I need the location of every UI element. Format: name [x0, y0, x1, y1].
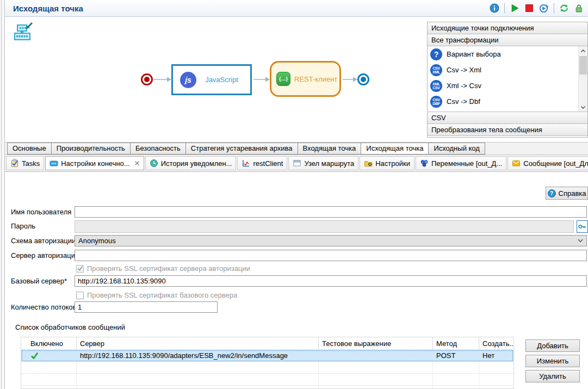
rest-client-node[interactable]: {…} REST-клиент	[270, 61, 341, 97]
view-tab-settings[interactable]: Настройки	[360, 156, 414, 170]
message-icon	[512, 159, 521, 168]
palette-item-variant[interactable]: ? Вариант выбора	[428, 46, 580, 62]
refresh-icon[interactable]	[559, 3, 569, 13]
palette-list: ? Вариант выбора CSVXML Csv -> Xml XMLCS…	[428, 46, 587, 112]
resume-icon[interactable]	[539, 3, 549, 13]
view-tab-notification-history[interactable]: История уведомлен...	[145, 156, 237, 170]
tab-archive-strategy[interactable]: Стратегия устаревания архива	[185, 143, 298, 155]
ssl-auth-checkbox	[76, 265, 84, 273]
palette-item-csv-xml[interactable]: CSVXML Csv -> Xml	[428, 62, 580, 78]
delete-button[interactable]: Удалить	[525, 370, 580, 382]
column-header-test-expression[interactable]: Тестовое выражение	[319, 337, 433, 350]
view-tab-restclient[interactable]: restClient	[237, 156, 287, 170]
close-icon[interactable]	[134, 160, 140, 166]
palette-group-all-transforms[interactable]: Все трансформации	[428, 34, 587, 46]
tab-source-code[interactable]: Исходный код	[428, 143, 485, 155]
palette-scrollbar[interactable]	[578, 46, 587, 112]
app-window: Исходящая точка	[0, 0, 588, 389]
palette-item-label: Вариант выбора	[447, 50, 501, 58]
scroll-up-icon[interactable]	[580, 48, 586, 54]
flow-canvas[interactable]: js JavaScript {…} REST-клиент Исходящие …	[5, 17, 588, 143]
header-toolbar	[490, 3, 584, 13]
ssl-base-checkbox-label: Проверять SSL сертификат базового сервер…	[87, 291, 237, 299]
scroll-down-icon[interactable]	[580, 104, 586, 110]
edit-button[interactable]: Изменить	[525, 355, 580, 367]
key-icon	[578, 222, 587, 231]
handler-row-selected[interactable]: http://192.168.110.135:9090/adapters/ESB…	[21, 350, 513, 362]
tab-incoming-point[interactable]: Входящая точка	[298, 143, 362, 155]
handler-row-empty[interactable]	[21, 362, 513, 374]
javascript-node-label: JavaScript	[196, 76, 247, 84]
ssl-auth-checkbox-row: Проверять SSL сертификат сервера авториз…	[76, 264, 250, 273]
auth-scheme-select[interactable]: Anonymous	[75, 235, 587, 246]
palette-item-label: Csv -> Dbf	[447, 97, 480, 106]
info-icon[interactable]	[490, 3, 499, 13]
help-button[interactable]: ? Справка	[546, 187, 588, 200]
view-tab-endpoint-settings[interactable]: Настройки конечно...	[45, 156, 144, 170]
palette-group-csv[interactable]: CSV	[428, 112, 587, 124]
view-tab-bar: Tasks Настройки конечно... История уведо…	[5, 155, 588, 172]
view-tab-label: Tasks	[22, 159, 40, 168]
csv-dbf-icon: CSVDBF	[430, 96, 442, 108]
handler-row-empty[interactable]	[21, 374, 513, 386]
add-button[interactable]: Добавить	[525, 339, 580, 352]
tab-main[interactable]: Основные	[7, 143, 52, 155]
base-server-field[interactable]	[75, 275, 587, 287]
editor-header: Исходящая точка	[5, 0, 588, 17]
flow-start-node[interactable]	[141, 73, 153, 85]
palette-item-csv-dbf[interactable]: CSVDBF Csv -> Dbf	[428, 94, 580, 109]
base-server-label: Базовый сервер*	[11, 275, 67, 287]
password-label: Пароль	[11, 220, 35, 232]
palette-group-outgoing-endpoints[interactable]: Исходящие точки подключения	[428, 22, 587, 34]
end-node-dot	[361, 77, 366, 82]
username-field[interactable]	[75, 206, 587, 218]
history-icon	[150, 159, 158, 168]
toolbar-separator	[504, 3, 505, 13]
view-tab-label: История уведомлен...	[161, 159, 232, 168]
handler-server-cell: http://192.168.110.135:9090/adapters/ESB…	[77, 350, 319, 362]
tab-security[interactable]: Безопасность	[130, 143, 186, 155]
view-tab-variables[interactable]: Переменные [out_Д...	[416, 156, 506, 170]
lock-icon[interactable]	[574, 3, 584, 13]
view-tab-message[interactable]: Сообщение [out_Дл...	[507, 156, 588, 170]
handlers-table-header: Включено Сервер Тестовое выражение Метод…	[21, 337, 513, 350]
ssl-base-checkbox[interactable]	[76, 292, 84, 299]
column-header-create[interactable]: Создать...	[479, 337, 513, 350]
auth-server-field[interactable]	[75, 250, 587, 261]
scrollbar-thumb[interactable]	[579, 56, 587, 75]
view-tab-label: Настройки	[375, 159, 410, 168]
left-trim[interactable]	[0, 0, 5, 389]
run-icon[interactable]	[510, 3, 519, 13]
chevron-down-icon	[578, 239, 583, 243]
handler-test-expression-cell	[319, 350, 433, 362]
check-icon	[30, 352, 39, 360]
start-node-dot	[144, 77, 150, 82]
view-tab-label: Сообщение [out_Дл...	[523, 159, 588, 168]
tab-performance[interactable]: Производительность	[51, 143, 131, 155]
page-title: Исходящая точка	[13, 4, 83, 13]
stop-icon[interactable]	[524, 3, 534, 13]
rest-client-node-label: REST-клиент	[294, 75, 337, 83]
column-header-enabled[interactable]: Включено	[21, 337, 77, 350]
auth-server-label: Сервер авторизации	[11, 250, 79, 261]
palette-item-dbf-csv[interactable]: DBFCSV Dbf -> Csv	[428, 109, 580, 112]
handler-row-empty[interactable]	[21, 386, 513, 389]
tab-outgoing-point[interactable]: Исходящая точка	[361, 143, 429, 155]
view-tab-route-node[interactable]: Узел маршрута	[288, 156, 358, 170]
auth-scheme-value: Anonymous	[78, 237, 116, 245]
javascript-node[interactable]: js JavaScript	[171, 64, 252, 95]
view-tab-label: Узел маршрута	[304, 159, 354, 168]
palette-group-body-transforms[interactable]: Преобразования тела сообщения	[428, 124, 587, 136]
threads-field[interactable]	[75, 301, 218, 313]
view-tab-tasks[interactable]: Tasks	[6, 156, 44, 170]
flow-end-node[interactable]	[357, 73, 369, 85]
palette-item-xml-csv[interactable]: XMLCSV Xml -> Csv	[428, 78, 580, 94]
column-header-server[interactable]: Сервер	[77, 337, 319, 350]
endpoint-settings-icon	[49, 159, 58, 168]
help-button-label: Справка	[559, 189, 586, 197]
variables-icon	[420, 159, 429, 168]
settings-folder-icon	[364, 159, 373, 168]
view-tab-label: restClient	[253, 159, 283, 168]
password-key-button[interactable]	[577, 220, 588, 233]
column-header-method[interactable]: Метод	[433, 337, 479, 350]
